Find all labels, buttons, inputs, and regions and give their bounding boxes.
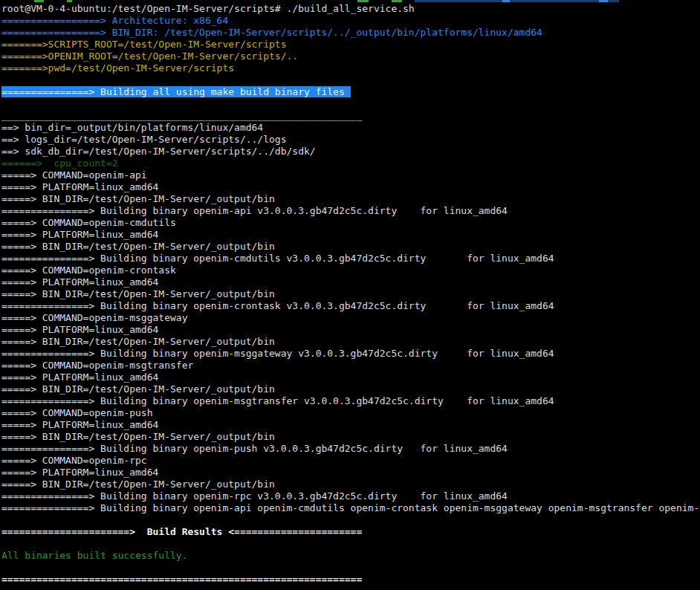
bin-dir-line: =====> BIN_DIR=/test/Open-IM-Server/_out… — [1, 336, 700, 348]
bin-dir-var-line: ==> bin_dir=_output/bin/platforms/linux/… — [1, 122, 700, 134]
separator-underscores: ________________________________________… — [1, 110, 700, 122]
separator-equals: ========================================… — [1, 574, 700, 586]
command-line: =====> COMMAND=openim-cmdutils — [1, 217, 700, 229]
scrolled-text-fragment — [415, 0, 619, 2]
blank-line — [1, 74, 700, 86]
building-all-banner: ===============> Building all using make… — [1, 86, 700, 98]
logs-dir-var-line: ==> logs_dir=/test/Open-IM-Server/script… — [1, 134, 700, 146]
scrolled-text-fragment — [357, 0, 369, 2]
platform-line: =====> PLATFORM=linux_amd64 — [1, 181, 700, 193]
bin-dir-line: =====> BIN_DIR=/test/Open-IM-Server/_out… — [1, 431, 700, 443]
build-success-line: All binaries built successfully. — [1, 550, 700, 562]
sdk-db-dir-var-line: ==> sdk_db_dir=/test/Open-IM-Server/scri… — [1, 146, 700, 158]
arch-line: =================> Architecture: x86_64 — [1, 15, 700, 27]
pwd-line: =======>pwd=/test/Open-IM-Server/scripts — [1, 62, 700, 74]
building-binary-line: ===============> Building binary openim-… — [1, 253, 700, 265]
command-line: =====> COMMAND=openim-api — [1, 169, 700, 181]
command-line: =====> COMMAND=openim-push — [1, 407, 700, 419]
building-binary-line: ===============> Building binary openim-… — [1, 395, 700, 407]
bin-dir-line: =====> BIN_DIR=/test/Open-IM-Server/_out… — [1, 383, 700, 395]
terminal-window[interactable]: root@VM-0-4-ubuntu:/test/Open-IM-Server/… — [0, 0, 700, 590]
building-binary-line: ===============> Building binary openim-… — [1, 490, 700, 502]
blank-line — [1, 98, 700, 110]
scrolled-text-fragment — [34, 0, 44, 2]
building-binary-line: ===============> Building binary openim-… — [1, 300, 700, 312]
building-binary-line: ===============> Building binary openim-… — [1, 205, 700, 217]
openim-root-line: =======>OPENIM_ROOT=/test/Open-IM-Server… — [1, 51, 700, 62]
building-binary-line: ===============> Building binary openim-… — [1, 443, 700, 455]
platform-line: =====> PLATFORM=linux_amd64 — [1, 467, 700, 479]
command-line: =====> COMMAND=openim-msggateway — [1, 312, 700, 324]
bin-dir-line: =====> BIN_DIR=/test/Open-IM-Server/_out… — [1, 193, 700, 205]
platform-line: =====> PLATFORM=linux_amd64 — [1, 276, 700, 288]
blank-line — [1, 562, 700, 574]
blank-line — [1, 514, 700, 526]
prompt-line: root@VM-0-4-ubuntu:/test/Open-IM-Server/… — [1, 3, 700, 15]
scrolled-text-fragment — [599, 0, 608, 2]
building-all-binaries-line: ===============> Building binary openim-… — [1, 502, 700, 514]
bin-dir-line: =====> BIN_DIR=/test/Open-IM-Server/_out… — [1, 479, 700, 490]
scrolled-text-fragment — [392, 0, 402, 2]
platform-line: =====> PLATFORM=linux_amd64 — [1, 324, 700, 336]
platform-line: =====> PLATFORM=linux_amd64 — [1, 372, 700, 383]
command-line: =====> COMMAND=openim-msgtransfer — [1, 360, 700, 372]
building-binary-line: ===============> Building binary openim-… — [1, 348, 700, 360]
build-results-header: ======================> Build Results <=… — [1, 526, 700, 538]
command-line: =====> COMMAND=openim-crontask — [1, 265, 700, 276]
scrolled-text-fragment — [502, 0, 510, 2]
terminal-output: root@VM-0-4-ubuntu:/test/Open-IM-Server/… — [1, 3, 700, 590]
platform-line: =====> PLATFORM=linux_amd64 — [1, 229, 700, 241]
cpu-count-line: ======> cpu_count=2 — [1, 158, 700, 169]
bindir-line: =================> BIN_DIR: /test/Open-I… — [1, 27, 700, 39]
scrolled-text-fragment — [67, 0, 72, 2]
scripts-root-line: =======>SCRIPTS_ROOT=/test/Open-IM-Serve… — [1, 39, 700, 51]
command-line: =====> COMMAND=openim-rpc — [1, 455, 700, 467]
platform-line: =====> PLATFORM=linux_amd64 — [1, 419, 700, 431]
bin-dir-line: =====> BIN_DIR=/test/Open-IM-Server/_out… — [1, 288, 700, 300]
bin-dir-line: =====> BIN_DIR=/test/Open-IM-Server/_out… — [1, 241, 700, 253]
blank-line — [1, 538, 700, 550]
